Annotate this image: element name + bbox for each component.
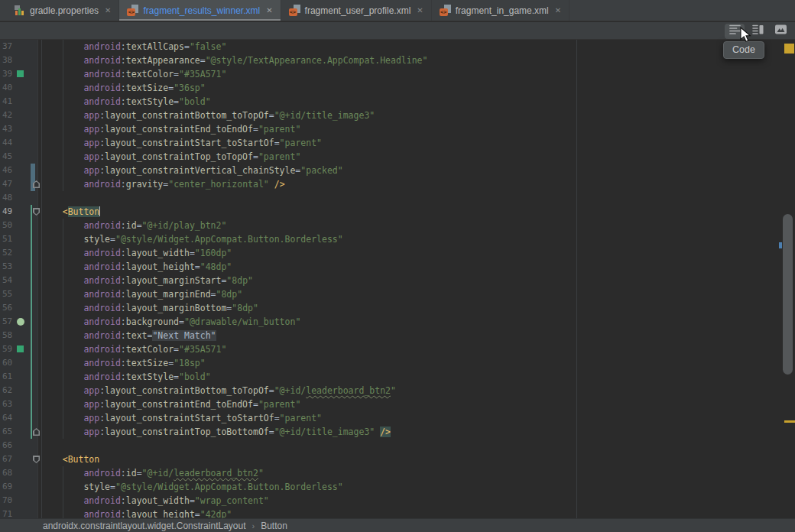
code-line[interactable]: app:layout_constraintTop_toBottomOf="@+i… xyxy=(0,425,795,439)
warning-status-square xyxy=(784,44,794,54)
code-line[interactable]: android:textColor="#35A571" xyxy=(0,342,795,356)
code-token: app xyxy=(83,165,99,176)
code-token: < xyxy=(63,206,68,217)
code-token: "@+id/ xyxy=(274,385,307,396)
code-token xyxy=(41,413,83,423)
code-token: /> xyxy=(380,427,391,437)
code-token: layout_marginBottom xyxy=(126,303,227,313)
code-line[interactable]: android:text="Next Match" xyxy=(0,329,795,342)
code-line[interactable]: app:layout_constraintEnd_toEndOf="parent… xyxy=(0,122,795,136)
tab-close-icon[interactable]: ✕ xyxy=(264,6,272,15)
xml-layout-file-icon: <> xyxy=(289,5,300,16)
code-line[interactable] xyxy=(0,191,795,205)
breadcrumb-item[interactable]: androidx.constraintlayout.widget.Constra… xyxy=(43,521,246,531)
code-token: layout_constraintEnd_toEndOf xyxy=(105,124,253,135)
code-line[interactable]: android:textSize="18sp" xyxy=(0,356,795,370)
fold-start-marker[interactable] xyxy=(33,208,40,216)
line-number: 51 xyxy=(2,232,22,246)
code-token: : xyxy=(121,55,126,66)
code-line[interactable]: android:textAppearance="@style/TextAppea… xyxy=(0,54,795,67)
code-token: "#35A571" xyxy=(179,69,226,79)
code-line[interactable]: android:id="@+id/leaderboard_btn2" xyxy=(0,466,795,480)
code-line[interactable]: android:id="@+id/play_btn2" xyxy=(0,219,795,232)
vcs-added-strip xyxy=(31,205,32,439)
code-token: "#35A571" xyxy=(179,344,226,355)
color-preview-swatch[interactable] xyxy=(17,345,24,352)
code-line[interactable]: android:layout_marginStart="8dp" xyxy=(0,274,795,287)
code-line[interactable]: app:layout_constraintVertical_chainStyle… xyxy=(0,164,795,177)
line-number: 54 xyxy=(2,274,22,287)
line-number: 45 xyxy=(2,150,22,164)
code-token xyxy=(41,495,83,506)
code-line[interactable]: android:layout_marginBottom="8dp" xyxy=(0,301,795,315)
code-token: layout_constraintVertical_chainStyle xyxy=(105,165,295,176)
code-line[interactable]: android:textStyle="bold" xyxy=(0,95,795,109)
code-line[interactable]: android:textSize="36sp" xyxy=(0,81,795,95)
editor-tab-fragment_in_game.xml[interactable]: <>fragment_in_game.xml✕ xyxy=(432,0,569,21)
code-line[interactable]: android:textStyle="bold" xyxy=(0,370,795,384)
code-line[interactable]: android:layout_marginEnd="8dp" xyxy=(0,287,795,301)
code-token: android xyxy=(83,55,120,66)
drawable-preview-icon[interactable] xyxy=(17,318,24,326)
color-preview-swatch[interactable] xyxy=(17,70,24,77)
code-line[interactable]: app:layout_constraintBottom_toTopOf="@+i… xyxy=(0,384,795,397)
editor-tab-fragment_results_winner.xml[interactable]: <>fragment_results_winner.xml✕ xyxy=(119,0,281,21)
code-line[interactable] xyxy=(0,439,795,453)
code-line[interactable]: android:textColor="#35A571" xyxy=(0,67,795,81)
code-token xyxy=(41,427,83,437)
design-view-button[interactable] xyxy=(771,24,790,39)
editor-tab-fragment_user_profile.xml[interactable]: <>fragment_user_profile.xml✕ xyxy=(281,0,432,21)
code-token xyxy=(41,206,63,217)
code-line[interactable]: android:layout_height="42dp" xyxy=(0,508,795,518)
line-number: 50 xyxy=(2,219,22,232)
fold-end-marker[interactable] xyxy=(33,428,40,436)
code-line[interactable]: android:layout_width="160dp" xyxy=(0,246,795,260)
code-line[interactable]: android:layout_height="48dp" xyxy=(0,260,795,274)
editor-tab-gradle.properties[interactable]: gradle.properties✕ xyxy=(6,0,119,21)
code-line[interactable]: style="@style/Widget.AppCompat.Button.Bo… xyxy=(0,480,795,494)
scrollbar-thumb[interactable] xyxy=(783,214,793,375)
code-token: textStyle xyxy=(126,96,174,107)
code-token xyxy=(41,248,83,258)
code-token: : xyxy=(121,275,126,286)
code-token: "parent" xyxy=(280,413,322,423)
code-token: = xyxy=(137,220,142,231)
code-token: layout_constraintStart_toStartOf xyxy=(105,138,274,148)
code-token: = xyxy=(274,413,280,423)
fold-end-marker[interactable] xyxy=(33,180,40,188)
code-line[interactable]: app:layout_constraintStart_toStartOf="pa… xyxy=(0,411,795,425)
code-line[interactable]: app:layout_constraintBottom_toTopOf="@+i… xyxy=(0,109,795,122)
code-editor[interactable]: android:textAllCaps="false" android:text… xyxy=(0,40,795,518)
code-token: android xyxy=(83,330,120,341)
code-token: app xyxy=(83,427,99,437)
line-number: 71 xyxy=(2,508,22,518)
code-line[interactable]: android:gravity="center_horizontal" /> xyxy=(0,177,795,191)
code-line[interactable]: style="@style/Widget.AppCompat.Button.Bo… xyxy=(0,232,795,246)
code-line[interactable]: android:layout_width="wrap_content" xyxy=(0,494,795,508)
tab-close-icon[interactable]: ✕ xyxy=(415,6,423,15)
code-token: = xyxy=(195,261,200,272)
code-line[interactable]: app:layout_constraintTop_toTopOf="parent… xyxy=(0,150,795,164)
xml-layout-file-icon: <> xyxy=(127,5,138,16)
code-line[interactable]: android:background="@drawable/win_button… xyxy=(0,315,795,329)
code-line[interactable]: app:layout_constraintEnd_toEndOf="parent… xyxy=(0,397,795,411)
code-line[interactable]: android:textAllCaps="false" xyxy=(0,40,795,54)
code-token: : xyxy=(121,330,126,341)
code-token: "bold" xyxy=(179,96,211,107)
tab-close-icon[interactable]: ✕ xyxy=(553,6,561,15)
breadcrumb-item[interactable]: Button xyxy=(261,521,287,531)
line-number: 43 xyxy=(2,122,22,136)
line-number: 49 xyxy=(2,205,22,219)
split-view-icon xyxy=(751,24,764,38)
fold-start-marker[interactable] xyxy=(33,456,40,463)
tab-close-icon[interactable]: ✕ xyxy=(103,6,111,15)
code-token: android xyxy=(83,179,120,190)
code-line[interactable]: <Button xyxy=(0,453,795,466)
code-token: android xyxy=(83,261,120,272)
code-token: background xyxy=(126,316,179,327)
code-token: textStyle xyxy=(126,371,174,382)
breadcrumb-bar: androidx.constraintlayout.widget.Constra… xyxy=(0,518,795,532)
code-line[interactable]: <Button xyxy=(0,205,795,219)
code-line[interactable]: app:layout_constraintStart_toStartOf="pa… xyxy=(0,136,795,150)
android-studio-window: gradle.properties✕<>fragment_results_win… xyxy=(0,0,795,532)
